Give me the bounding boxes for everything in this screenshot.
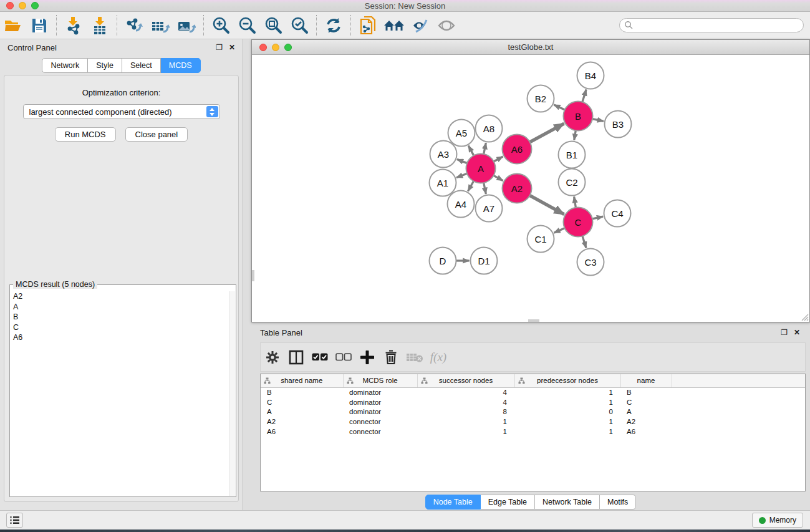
table-cell[interactable]: A6 [261,427,343,437]
node-C3[interactable]: C3 [577,249,604,276]
zoom-out-button[interactable] [234,14,260,37]
table-cell[interactable]: C [261,397,343,407]
network-window-titlebar[interactable]: testGlobe.txt [252,40,809,55]
resize-grip-icon[interactable] [800,312,809,321]
tab-motifs[interactable]: Motifs [600,495,636,510]
table-cell[interactable]: A6 [620,427,672,437]
node-C1[interactable]: C1 [528,226,554,253]
show-panels-button[interactable] [6,513,23,528]
edge-C-C3[interactable] [582,236,586,248]
node-C[interactable]: C [564,208,593,237]
zoom-fit-button[interactable] [260,14,286,37]
node-A[interactable]: A [466,154,496,183]
table-cell[interactable]: 1 [514,417,620,427]
edge-B-B1[interactable] [574,130,576,140]
save-session-button[interactable] [26,14,52,37]
node-B[interactable]: B [564,102,593,131]
first-neighbors-button[interactable] [381,14,407,37]
export-table-button[interactable] [147,14,173,37]
table-cell[interactable]: A2 [620,417,672,427]
node-A5[interactable]: A5 [448,120,475,147]
tab-network-table[interactable]: Network Table [535,495,600,510]
column-header-shared-name[interactable]: shared name [261,374,343,387]
node-B3[interactable]: B3 [605,111,632,138]
select-all-rows-button[interactable] [308,345,332,370]
node-B4[interactable]: B4 [577,62,604,89]
edge-A-A8[interactable] [484,143,486,154]
result-scrollbar[interactable] [229,291,235,496]
edge-A-A1[interactable] [456,173,467,177]
table-cell[interactable]: B [620,387,672,397]
table-cell[interactable] [672,397,805,407]
tab-style[interactable]: Style [88,58,122,73]
node-A8[interactable]: A8 [476,115,503,142]
table-cell[interactable]: connector [343,427,417,437]
zoom-selected-button[interactable] [286,14,312,37]
run-mcds-button[interactable]: Run MCDS [55,127,116,142]
table-cell[interactable]: 8 [417,407,514,417]
tab-edge-table[interactable]: Edge Table [481,495,535,510]
delete-table-button[interactable] [403,345,427,370]
table-cell[interactable]: dominator [343,387,417,397]
deselect-all-rows-button[interactable] [332,345,355,370]
close-panel-icon[interactable]: ✕ [794,329,800,336]
mcds-result-list[interactable]: A2ABCA6 [10,291,229,496]
table-cell[interactable]: A [261,407,343,417]
node-C4[interactable]: C4 [604,200,631,227]
edge-A-A4[interactable] [468,181,474,191]
open-session-button[interactable] [0,14,26,37]
result-list-item[interactable]: A6 [10,332,229,343]
node-D1[interactable]: D1 [471,248,498,274]
import-network-button[interactable] [60,14,87,37]
edge-A2-C[interactable] [530,195,564,214]
node-B2[interactable]: B2 [528,85,554,112]
table-cell[interactable] [672,387,805,397]
float-panel-icon[interactable]: ❐ [781,329,788,336]
edge-A-A6[interactable] [494,157,503,162]
import-table-button[interactable] [87,14,113,37]
table-cell[interactable]: 1 [417,427,514,437]
edge-A-A3[interactable] [457,159,467,163]
table-cell[interactable]: 1 [514,397,620,407]
table-cell[interactable]: 4 [417,397,514,407]
function-builder-button[interactable]: f(x) [427,345,450,370]
column-header-predecessor-nodes[interactable]: predecessor nodes [514,374,620,387]
column-header-name[interactable]: name [620,374,672,387]
table-cell[interactable] [672,417,805,427]
edge-C-C2[interactable] [574,196,576,208]
edge-B-B4[interactable] [582,89,586,102]
table-cell[interactable]: 0 [514,407,620,417]
node-A3[interactable]: A3 [430,141,457,168]
node-A4[interactable]: A4 [448,191,475,218]
criterion-select[interactable]: largest connected component (directed) [23,104,220,119]
network-canvas[interactable]: B4B2BB3A8A5A6A3B1AA1C2A2A4A7C4CC1C3DD1 [252,55,809,322]
table-cell[interactable]: 1 [514,387,620,397]
search-input[interactable] [619,18,804,32]
result-list-item[interactable]: A2 [10,291,229,302]
table-cell[interactable]: C [620,397,672,407]
node-D[interactable]: D [430,248,456,274]
export-image-button[interactable] [173,14,200,37]
table-row[interactable]: A2connector11A2 [261,417,805,427]
node-A7[interactable]: A7 [476,195,503,222]
result-list-item[interactable]: A [10,302,229,312]
hide-graphics-button[interactable] [407,14,433,37]
table-cell[interactable]: 1 [514,427,620,437]
zoom-in-button[interactable] [208,14,234,37]
float-panel-icon[interactable]: ❐ [216,44,223,51]
canvas-scroll-nub[interactable] [528,319,539,322]
edge-C-C1[interactable] [554,228,564,233]
export-network-button[interactable] [121,14,147,37]
result-list-item[interactable]: B [10,312,229,322]
node-B1[interactable]: B1 [559,142,586,168]
tab-mcds[interactable]: MCDS [161,58,201,73]
tab-node-table[interactable]: Node Table [425,495,481,510]
table-row[interactable]: Cdominator41C [261,397,805,407]
table-cell[interactable]: 4 [417,387,514,397]
edge-A6-B[interactable] [530,123,564,142]
result-list-item[interactable]: C [10,322,229,333]
column-header-successor-nodes[interactable]: successor nodes [417,374,514,387]
table-cell[interactable]: dominator [343,397,417,407]
tab-network[interactable]: Network [42,58,88,73]
table-row[interactable]: Adominator80A [261,407,805,417]
